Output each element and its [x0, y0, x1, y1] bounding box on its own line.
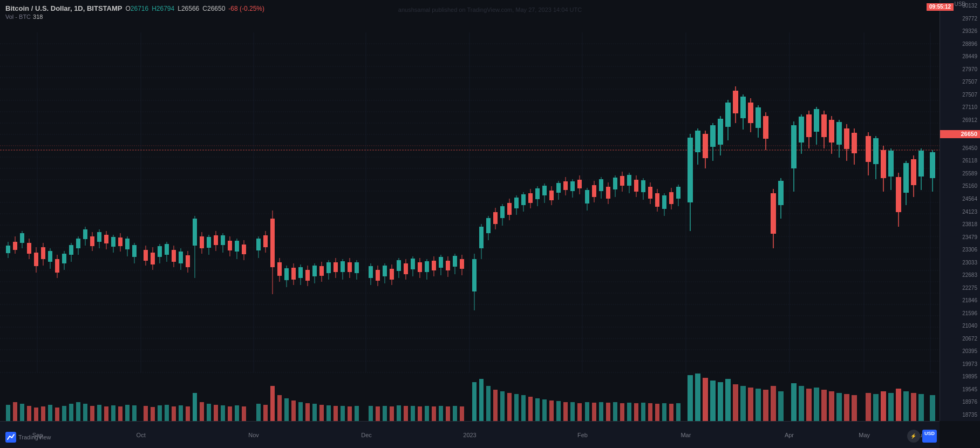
svg-rect-184	[521, 194, 526, 205]
svg-rect-202	[585, 190, 589, 203]
svg-rect-160	[432, 261, 436, 270]
svg-rect-325	[256, 404, 261, 421]
svg-rect-370	[585, 402, 589, 421]
svg-rect-226	[669, 192, 673, 204]
svg-rect-164	[446, 261, 450, 270]
price-label: 29772	[940, 16, 980, 22]
svg-rect-312	[158, 405, 162, 421]
price-label: 20395	[940, 349, 980, 354]
svg-rect-196	[563, 181, 568, 190]
svg-rect-268	[836, 122, 842, 145]
svg-rect-170	[472, 259, 477, 291]
svg-rect-333	[312, 404, 317, 421]
svg-rect-276	[873, 138, 879, 164]
svg-rect-220	[648, 187, 652, 199]
price-label: 26912	[940, 118, 980, 123]
svg-rect-56	[48, 251, 52, 262]
price-label: 21596	[940, 311, 980, 316]
svg-rect-367	[563, 402, 568, 421]
svg-rect-362	[528, 397, 533, 421]
svg-rect-366	[556, 401, 561, 421]
svg-rect-188	[535, 188, 540, 199]
time-label-mar: Mar	[680, 432, 691, 438]
svg-rect-204	[592, 185, 596, 197]
svg-rect-388	[718, 382, 723, 421]
svg-rect-309	[132, 405, 137, 421]
ohlc-close: C26650	[202, 5, 225, 12]
svg-rect-242	[733, 91, 738, 113]
svg-rect-323	[235, 405, 239, 421]
svg-rect-186	[528, 193, 533, 203]
svg-rect-305	[104, 406, 108, 421]
svg-rect-382	[669, 404, 673, 421]
svg-rect-148	[390, 269, 394, 280]
price-label: 18976	[940, 399, 980, 405]
svg-rect-348	[425, 406, 429, 421]
svg-rect-48	[20, 233, 24, 243]
svg-rect-387	[710, 381, 716, 421]
svg-rect-110	[242, 245, 246, 254]
svg-rect-190	[542, 186, 547, 195]
svg-rect-278	[881, 150, 886, 178]
svg-rect-256	[791, 125, 797, 168]
svg-rect-326	[263, 405, 268, 421]
svg-rect-146	[383, 266, 387, 276]
svg-rect-399	[806, 389, 812, 421]
bottom-icons[interactable]: ⚡ USD	[907, 430, 937, 443]
svg-rect-140	[355, 262, 359, 273]
svg-rect-284	[903, 163, 909, 193]
svg-rect-114	[263, 235, 268, 247]
svg-rect-353	[460, 406, 464, 421]
svg-rect-373	[606, 403, 610, 421]
vol-value: 318	[33, 13, 43, 20]
ohlc-low: L26566	[178, 5, 199, 12]
usd-badge[interactable]: USD	[922, 430, 937, 443]
svg-rect-294	[27, 406, 31, 421]
svg-rect-395	[771, 386, 776, 421]
svg-rect-182	[514, 198, 519, 208]
svg-rect-320	[214, 405, 218, 421]
tradingview-logo: TradingView	[5, 432, 51, 443]
svg-rect-313	[165, 405, 169, 421]
svg-rect-218	[641, 180, 645, 192]
price-label: 23479	[940, 235, 980, 240]
chart-title: Bitcoin / U.S. Dollar, 1D, BITSTAMP	[5, 4, 122, 12]
svg-rect-334	[319, 405, 324, 421]
price-label: 19973	[940, 362, 980, 367]
price-label: 26118	[940, 158, 980, 164]
svg-rect-74	[111, 237, 115, 247]
svg-rect-297	[48, 405, 52, 421]
price-label: 27507	[940, 92, 980, 98]
svg-rect-358	[500, 391, 505, 421]
time-label-apr: Apr	[785, 432, 794, 438]
svg-rect-356	[486, 386, 491, 421]
svg-rect-168	[460, 259, 464, 269]
price-label: 28896	[940, 42, 980, 47]
svg-rect-260	[806, 114, 812, 137]
svg-rect-126	[305, 270, 310, 281]
price-label: 20672	[940, 336, 980, 342]
svg-rect-104	[221, 235, 225, 245]
svg-rect-192	[549, 191, 554, 200]
svg-rect-375	[620, 403, 624, 421]
svg-rect-349	[432, 406, 436, 421]
svg-rect-411	[903, 391, 909, 421]
svg-rect-361	[521, 395, 526, 421]
svg-rect-301	[76, 402, 80, 421]
svg-rect-376	[627, 403, 631, 421]
svg-rect-337	[341, 406, 345, 421]
lightning-icon-btn[interactable]: ⚡	[907, 430, 920, 443]
svg-rect-303	[90, 406, 94, 421]
svg-rect-174	[486, 218, 491, 233]
svg-rect-212	[620, 176, 624, 186]
svg-rect-359	[507, 393, 512, 421]
svg-rect-357	[493, 390, 498, 421]
svg-rect-414	[930, 395, 935, 421]
price-label: 19895	[940, 374, 980, 379]
svg-rect-262	[814, 109, 819, 132]
svg-rect-406	[866, 393, 871, 421]
svg-rect-232	[695, 131, 700, 152]
svg-rect-327	[270, 386, 275, 421]
price-label: 26450	[940, 146, 980, 151]
svg-rect-138	[348, 262, 352, 272]
